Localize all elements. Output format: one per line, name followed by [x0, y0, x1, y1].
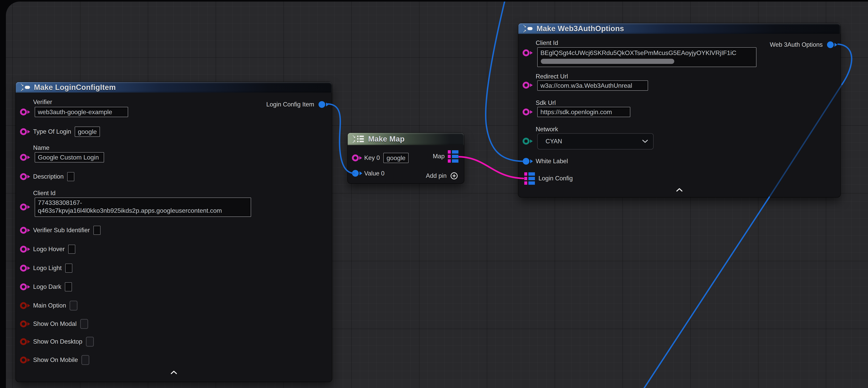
- main-option-row: Main Option: [33, 300, 78, 311]
- logo-hover-pin[interactable]: [19, 245, 31, 254]
- add-pin-button[interactable]: Add pin: [426, 172, 459, 180]
- node-header[interactable]: ↘↗ Make Map: [348, 133, 464, 145]
- show-on-desktop-pin[interactable]: [19, 337, 31, 346]
- client-id-scrollbar[interactable]: [541, 59, 752, 64]
- client-id-label: Client Id: [33, 190, 56, 197]
- make-struct-icon: ↘↗: [523, 24, 533, 33]
- wire-top-to-white-label[interactable]: [486, 2, 523, 161]
- show-on-desktop-checkbox[interactable]: [86, 337, 94, 347]
- logo-light-input[interactable]: [65, 264, 72, 273]
- add-pin-icon: [450, 172, 459, 180]
- network-dropdown[interactable]: CYAN: [537, 133, 654, 149]
- show-on-mobile-pin[interactable]: [19, 355, 31, 364]
- key0-label: Key 0: [364, 154, 380, 161]
- main-option-checkbox[interactable]: [69, 301, 78, 310]
- network-selected-value: CYAN: [546, 138, 562, 145]
- logo-light-label: Logo Light: [33, 265, 62, 272]
- make-struct-icon: ↘↗: [20, 83, 30, 92]
- show-on-modal-label: Show On Modal: [33, 320, 77, 327]
- add-pin-label: Add pin: [426, 172, 446, 179]
- sdk-url-pin[interactable]: [522, 108, 533, 117]
- web3auth-options-output-pin[interactable]: [826, 40, 838, 49]
- verifier-sub-identifier-input[interactable]: [93, 226, 100, 235]
- logo-dark-pin[interactable]: [19, 282, 31, 291]
- node-make-login-config-item[interactable]: ↘↗ Make LoginConfigItem Login Config Ite…: [16, 82, 332, 382]
- collapse-node-button[interactable]: [169, 369, 179, 376]
- blueprint-graph-canvas[interactable]: ↘↗ Make LoginConfigItem Login Config Ite…: [6, 2, 868, 388]
- sdk-url-input[interactable]: https://sdk.openlogin.com: [537, 107, 630, 117]
- chevron-down-icon: [642, 140, 648, 143]
- client-id-value: BEglQSgt4cUWcj6SKRdu5QkOXTsePmMcusG5EAoy…: [540, 49, 753, 57]
- chevron-up-icon: [676, 188, 683, 192]
- type-of-login-row: Type Of Login google: [33, 126, 100, 137]
- map-output-row: Map: [433, 150, 459, 162]
- output-pin-row: Login Config Item: [266, 99, 329, 110]
- client-id-input[interactable]: 774338308167- q463s7kpvja16l4l0kko3nb925…: [35, 198, 251, 217]
- key0-row: Key 0 google: [364, 153, 409, 163]
- white-label-pin[interactable]: [522, 157, 533, 166]
- description-input[interactable]: [67, 172, 74, 181]
- client-id-label: Client Id: [536, 39, 558, 47]
- type-of-login-label: Type Of Login: [33, 128, 71, 135]
- collapse-node-button[interactable]: [674, 187, 684, 193]
- make-map-icon: ↘↗: [352, 135, 365, 144]
- verifier-pin[interactable]: [19, 108, 31, 117]
- logo-dark-input[interactable]: [65, 282, 72, 291]
- name-input[interactable]: Google Custom Login: [35, 152, 104, 162]
- logo-dark-label: Logo Dark: [33, 283, 61, 290]
- name-label: Name: [33, 144, 50, 151]
- scrollbar-thumb[interactable]: [541, 59, 674, 64]
- output-pin-label: Login Config Item: [266, 101, 314, 108]
- sdk-url-label: Sdk Url: [536, 99, 556, 107]
- description-row: Description: [33, 172, 74, 182]
- verifier-sub-identifier-row: Verifier Sub Identifier: [33, 225, 100, 235]
- show-on-desktop-label: Show On Desktop: [33, 338, 82, 345]
- redirect-url-label: Redirect Url: [536, 73, 568, 80]
- network-label: Network: [536, 126, 558, 133]
- show-on-mobile-checkbox[interactable]: [82, 355, 89, 365]
- type-of-login-input[interactable]: google: [75, 126, 100, 137]
- verifier-sub-identifier-pin[interactable]: [19, 226, 31, 235]
- verifier-label: Verifier: [33, 98, 52, 106]
- name-pin[interactable]: [19, 153, 31, 162]
- show-on-modal-pin[interactable]: [19, 319, 31, 328]
- redirect-url-input[interactable]: w3a://com.w3a.Web3AuthUnreal: [537, 81, 648, 91]
- node-make-web3auth-options[interactable]: ↘↗ Make Web3AuthOptions Web 3Auth Option…: [518, 23, 840, 197]
- login-config-pin[interactable]: [524, 172, 535, 185]
- key0-input[interactable]: google: [383, 153, 409, 163]
- logo-hover-label: Logo Hover: [33, 246, 65, 253]
- logo-dark-row: Logo Dark: [33, 282, 72, 292]
- main-option-label: Main Option: [33, 302, 66, 309]
- client-id-line2: q463s7kpvja16l4l0kko3nb925ikds2p.apps.go…: [38, 207, 248, 214]
- verifier-input[interactable]: web3auth-google-example: [35, 107, 128, 117]
- key0-pin[interactable]: [351, 153, 363, 162]
- logo-light-pin[interactable]: [19, 264, 31, 273]
- redirect-url-pin[interactable]: [522, 81, 533, 90]
- client-id-pin[interactable]: [522, 48, 533, 57]
- show-on-modal-checkbox[interactable]: [80, 319, 88, 329]
- logo-hover-input[interactable]: [68, 245, 75, 254]
- login-config-label: Login Config: [538, 175, 573, 182]
- network-pin[interactable]: [522, 137, 533, 146]
- node-header[interactable]: ↘↗ Make LoginConfigItem: [16, 82, 332, 93]
- value0-label: Value 0: [364, 170, 384, 177]
- chevron-up-icon: [170, 370, 177, 375]
- node-title: Make Map: [368, 135, 405, 143]
- description-pin[interactable]: [19, 172, 31, 181]
- main-option-pin[interactable]: [19, 301, 31, 310]
- show-on-desktop-row: Show On Desktop: [33, 336, 94, 347]
- client-id-input[interactable]: BEglQSgt4cUWcj6SKRdu5QkOXTsePmMcusG5EAoy…: [537, 47, 756, 67]
- node-title: Make Web3AuthOptions: [536, 25, 624, 33]
- client-id-pin[interactable]: [19, 203, 31, 212]
- output-pin-row: Web 3Auth Options: [770, 40, 838, 50]
- output-pin-label: Web 3Auth Options: [770, 41, 823, 48]
- type-of-login-pin[interactable]: [19, 127, 31, 136]
- node-header[interactable]: ↘↗ Make Web3AuthOptions: [518, 23, 840, 34]
- node-make-map[interactable]: ↘↗ Make Map Key 0 google Map: [348, 133, 464, 183]
- white-label-label: White Label: [536, 158, 568, 165]
- client-id-line1: 774338308167-: [38, 199, 248, 207]
- map-output-pin[interactable]: [448, 150, 459, 163]
- show-on-mobile-row: Show On Mobile: [33, 355, 89, 365]
- description-label: Description: [33, 173, 64, 180]
- wire-web3auth-options-out-diagonal[interactable]: [643, 197, 769, 388]
